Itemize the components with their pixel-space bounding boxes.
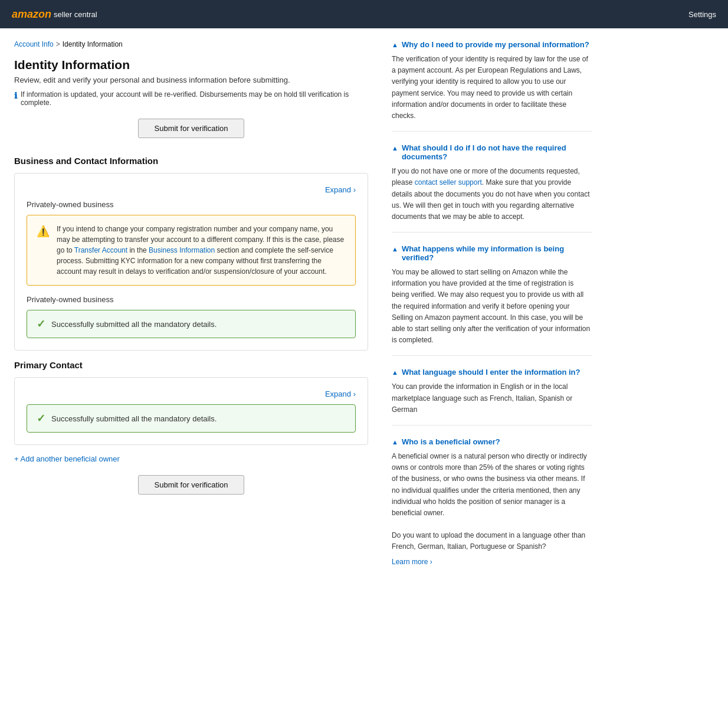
seller-central-label: seller central [54,10,97,19]
info-notice-text: If information is updated, your account … [21,90,368,107]
faq-question-3-text: What happens while my information is bei… [402,244,592,262]
page-subtitle: Review, edit and verify your personal an… [14,76,368,84]
faq-item-4: ▲ What language should I enter the infor… [392,368,592,426]
breadcrumb-account-info[interactable]: Account Info [14,40,54,48]
contact-seller-support-link[interactable]: contact seller support [415,178,482,186]
primary-contact-success-icon: ✓ [37,412,45,425]
business-card-second-label: Privately-owned business [27,295,356,304]
faq-question-1[interactable]: ▲ Why do I need to provide my personal i… [392,40,592,49]
primary-contact-expand-link[interactable]: Expand › [325,390,356,398]
business-section-header: Business and Contact Information [14,156,368,166]
faq-item-1: ▲ Why do I need to provide my personal i… [392,40,592,132]
faq-answer-1: The verification of your identity is req… [392,54,592,122]
warning-text-between: in the [127,246,149,254]
primary-contact-card: Expand › ✓ Successfully submitted all th… [14,377,368,445]
faq-chevron-5: ▲ [392,438,398,446]
business-card-header: Expand › [27,185,356,194]
amazon-logo: amazon [12,8,51,21]
logo: amazon seller central [12,8,97,21]
business-success-box: ✓ Successfully submitted all the mandato… [27,310,356,338]
faq-question-5[interactable]: ▲ Who is a beneficial owner? [392,437,592,446]
breadcrumb-identity-information: Identity Information [63,40,123,48]
faq-item-3: ▲ What happens while my information is b… [392,244,592,356]
primary-contact-success-text: Successfully submitted all the mandatory… [51,414,217,423]
faq-question-2[interactable]: ▲ What should I do if I do not have the … [392,143,592,161]
faq-chevron-3: ▲ [392,246,398,253]
faq-answer-4: You can provide the information in Engli… [392,381,592,415]
faq-question-1-text: Why do I need to provide my personal inf… [402,40,589,49]
faq-item-2: ▲ What should I do if I do not have the … [392,143,592,233]
submit-button-top[interactable]: Submit for verification [138,119,244,138]
faq-answer-5: A beneficial owner is a natural person w… [392,451,592,553]
breadcrumb: Account Info > Identity Information [14,40,368,48]
faq-chevron-2: ▲ [392,145,398,152]
faq-question-2-text: What should I do if I do not have the re… [402,143,592,161]
main-container: Account Info > Identity Information Iden… [0,28,728,599]
business-success-icon: ✓ [37,318,45,330]
faq-chevron-1: ▲ [392,41,398,48]
faq-question-4[interactable]: ▲ What language should I enter the infor… [392,368,592,377]
primary-contact-section-header: Primary Contact [14,360,368,370]
content-area: Account Info > Identity Information Iden… [14,40,392,587]
faq-question-3[interactable]: ▲ What happens while my information is b… [392,244,592,262]
faq-question-5-text: Who is a beneficial owner? [402,437,500,446]
primary-contact-card-header: Expand › [27,390,356,398]
warning-text: If you intend to change your company reg… [57,224,346,277]
info-notice: ℹ If information is updated, your accoun… [14,90,368,107]
learn-more-link[interactable]: Learn more › [392,558,432,566]
transfer-account-link[interactable]: Transfer Account [74,246,127,254]
faq-item-5: ▲ Who is a beneficial owner? A beneficia… [392,437,592,575]
warning-icon: ⚠️ [37,225,50,277]
business-success-text: Successfully submitted all the mandatory… [51,320,217,329]
faq-answer-3: You may be allowed to start selling on A… [392,267,592,346]
business-card: Expand › Privately-owned business ⚠️ If … [14,173,368,351]
info-icon: ℹ [14,91,17,100]
page-title: Identity Information [14,58,368,72]
breadcrumb-separator: > [56,40,60,48]
business-information-link[interactable]: Business Information [149,246,215,254]
add-beneficial-owner-link[interactable]: + Add another beneficial owner [14,454,120,463]
submit-button-bottom[interactable]: Submit for verification [138,475,244,495]
header: amazon seller central Settings [0,0,728,28]
settings-link[interactable]: Settings [688,10,716,19]
business-expand-link[interactable]: Expand › [325,185,356,194]
faq-chevron-4: ▲ [392,369,398,376]
faq-question-4-text: What language should I enter the informa… [402,368,581,377]
faq-answer-2: If you do not have one or more of the do… [392,166,592,222]
primary-contact-success-box: ✓ Successfully submitted all the mandato… [27,404,356,433]
business-card-label: Privately-owned business [27,200,356,209]
warning-box: ⚠️ If you intend to change your company … [27,215,356,286]
sidebar: ▲ Why do I need to provide my personal i… [392,40,592,587]
